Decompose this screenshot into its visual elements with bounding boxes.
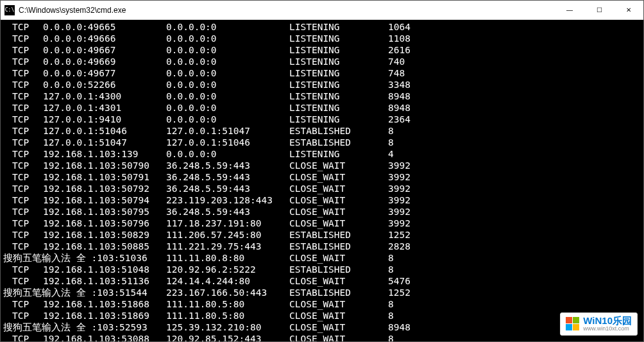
pid-cell: 4 — [388, 148, 394, 160]
proto-cell: TCP — [3, 90, 43, 102]
table-row: TCP192.168.1.103:50796117.18.237.191:80C… — [3, 218, 641, 229]
foreign-address-cell: 0.0.0.0:0 — [166, 33, 289, 44]
pid-cell: 1252 — [388, 287, 411, 298]
state-cell: ESTABLISHED — [289, 137, 388, 148]
foreign-address-cell: 111.206.57.245:80 — [166, 229, 289, 241]
foreign-address-cell: 117.18.237.191:80 — [166, 218, 289, 229]
state-cell: CLOSE_WAIT — [289, 206, 388, 218]
cmd-window: C:\ C:\Windows\system32\cmd.exe — ☐ ✕ TC… — [0, 0, 644, 342]
table-row: TCP127.0.0.1:94100.0.0.0:0LISTENING2364 — [3, 114, 641, 125]
state-cell: CLOSE_WAIT — [289, 252, 388, 264]
local-address-cell: 192.168.1.103:51869 — [43, 310, 166, 321]
local-address-cell: 192.168.1.103:51048 — [43, 264, 166, 275]
foreign-address-cell: 223.119.203.128:443 — [166, 194, 289, 206]
state-cell: LISTENING — [289, 33, 388, 44]
foreign-address-cell: 111.11.80.5:80 — [166, 310, 289, 321]
table-row: 搜狗五笔输入法 全 :103:51544223.167.166.50:443ES… — [3, 287, 641, 298]
foreign-address-cell: 127.0.0.1:51046 — [166, 137, 289, 148]
state-cell: CLOSE_WAIT — [289, 171, 388, 183]
pid-cell: 8 — [388, 137, 394, 148]
state-cell: CLOSE_WAIT — [289, 321, 388, 333]
foreign-address-cell: 127.0.0.1:51047 — [166, 125, 289, 137]
state-cell: ESTABLISHED — [289, 229, 388, 241]
foreign-address-cell: 0.0.0.0:0 — [166, 148, 289, 160]
local-address-cell: 192.168.1.103:50885 — [43, 241, 166, 252]
state-cell: CLOSE_WAIT — [289, 183, 388, 194]
pid-cell: 740 — [388, 56, 405, 67]
proto-cell: TCP — [3, 44, 43, 56]
proto-cell: TCP — [3, 171, 43, 183]
watermark: WiN10乐园 www.win10xt.com — [560, 312, 638, 336]
state-cell: CLOSE_WAIT — [289, 194, 388, 206]
proto-cell: TCP — [3, 229, 43, 241]
state-cell: LISTENING — [289, 67, 388, 79]
local-address-cell: 0.0.0.0:49665 — [43, 21, 166, 33]
state-cell: LISTENING — [289, 79, 388, 90]
state-cell: LISTENING — [289, 56, 388, 67]
state-cell: LISTENING — [289, 21, 388, 33]
window-controls: — ☐ ✕ — [555, 1, 643, 19]
foreign-address-cell: 120.92.96.2:5222 — [166, 264, 289, 275]
windows-logo-icon — [566, 317, 579, 330]
proto-cell: TCP — [3, 183, 43, 194]
table-row: TCP127.0.0.1:43010.0.0.0:0LISTENING8948 — [3, 102, 641, 114]
local-address-cell: 0.0.0.0:49667 — [43, 44, 166, 56]
table-row: TCP192.168.1.103:1390.0.0.0:0LISTENING4 — [3, 148, 641, 160]
terminal-output[interactable]: TCP0.0.0.0:496650.0.0.0:0LISTENING1064TC… — [1, 20, 643, 341]
proto-cell: TCP — [3, 56, 43, 67]
minimize-button[interactable]: — — [555, 1, 584, 19]
close-button[interactable]: ✕ — [614, 1, 643, 19]
watermark-url: www.win10xt.com — [583, 326, 632, 332]
proto-cell: TCP — [3, 102, 43, 114]
table-row: 搜狗五笔输入法 全 :103:51036111.11.80.8:80CLOSE_… — [3, 252, 641, 264]
titlebar[interactable]: C:\ C:\Windows\system32\cmd.exe — ☐ ✕ — [1, 1, 643, 20]
foreign-address-cell: 36.248.5.59:443 — [166, 160, 289, 171]
pid-cell: 8 — [388, 298, 394, 310]
maximize-button[interactable]: ☐ — [584, 1, 614, 19]
table-row: TCP192.168.1.103:51136124.14.4.244:80CLO… — [3, 275, 641, 287]
proto-cell: TCP — [3, 310, 43, 321]
proto-cell: TCP — [3, 125, 43, 137]
foreign-address-cell: 0.0.0.0:0 — [166, 21, 289, 33]
foreign-address-cell: 111.221.29.75:443 — [166, 241, 289, 252]
local-address-cell: 192.168.1.103:50790 — [43, 160, 166, 171]
pid-cell: 8948 — [388, 90, 411, 102]
local-address-cell: 192.168.1.103:139 — [43, 148, 166, 160]
pid-cell: 8 — [388, 333, 394, 341]
state-cell: CLOSE_WAIT — [289, 310, 388, 321]
watermark-title: WiN10乐园 — [583, 316, 632, 327]
table-row: TCP192.168.1.103:50829111.206.57.245:80E… — [3, 229, 641, 241]
pid-cell: 3992 — [388, 194, 411, 206]
pid-cell: 1064 — [388, 21, 411, 33]
foreign-address-cell: 36.248.5.59:443 — [166, 206, 289, 218]
local-address-cell: 192.168.1.103:50794 — [43, 194, 166, 206]
proto-cell: TCP — [3, 21, 43, 33]
table-row: TCP0.0.0.0:496690.0.0.0:0LISTENING740 — [3, 56, 641, 67]
local-address-cell: 192.168.1.103:50829 — [43, 229, 166, 241]
state-cell: LISTENING — [289, 114, 388, 125]
pid-cell: 2828 — [388, 241, 411, 252]
state-cell: LISTENING — [289, 102, 388, 114]
proto-cell: TCP — [3, 206, 43, 218]
local-address-cell: 192.168.1.103:50791 — [43, 171, 166, 183]
foreign-address-cell: 0.0.0.0:0 — [166, 79, 289, 90]
local-address-cell: 0.0.0.0:52266 — [43, 79, 166, 90]
pid-cell: 3348 — [388, 79, 411, 90]
table-row: TCP192.168.1.103:51048120.92.96.2:5222ES… — [3, 264, 641, 275]
foreign-address-cell: 0.0.0.0:0 — [166, 90, 289, 102]
pid-cell: 2616 — [388, 44, 411, 56]
pid-cell: 3992 — [388, 218, 411, 229]
proto-cell: TCP — [3, 333, 43, 341]
pid-cell: 1252 — [388, 229, 411, 241]
pid-cell: 3992 — [388, 171, 411, 183]
state-cell: CLOSE_WAIT — [289, 160, 388, 171]
table-row: TCP127.0.0.1:51047127.0.0.1:51046ESTABLI… — [3, 137, 641, 148]
state-cell: ESTABLISHED — [289, 287, 388, 298]
state-cell: ESTABLISHED — [289, 241, 388, 252]
state-cell: LISTENING — [289, 90, 388, 102]
foreign-address-cell: 0.0.0.0:0 — [166, 67, 289, 79]
state-cell: CLOSE_WAIT — [289, 298, 388, 310]
table-row: TCP192.168.1.103:50794223.119.203.128:44… — [3, 194, 641, 206]
pid-cell: 8948 — [388, 102, 411, 114]
pid-cell: 1108 — [388, 33, 411, 44]
